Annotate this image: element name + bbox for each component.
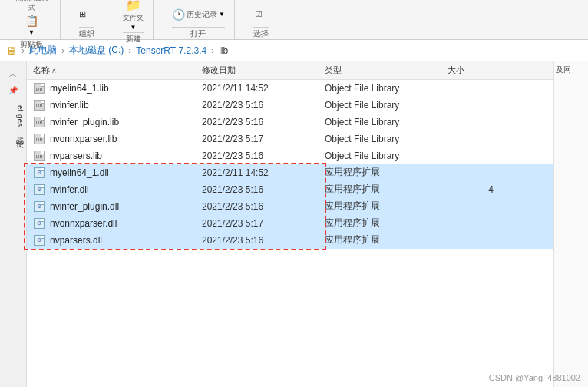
file-date: 2021/2/11 14:52: [202, 83, 325, 94]
breadcrumb-drive[interactable]: 本地磁盘 (C:): [69, 44, 124, 57]
table-row[interactable]: LIB nvonnxparser.lib2021/2/23 5:17Object…: [27, 131, 553, 147]
file-type: Object File Library: [325, 83, 448, 94]
left-nav-pin: 📌: [2, 84, 25, 96]
col-size-label: 大小: [448, 64, 464, 76]
file-list: 名称 ∧ 修改日期 类型 大小 LIB myelin64_1.lib2021/2…: [27, 61, 553, 387]
file-icon: ⚙: [33, 234, 45, 246]
table-row[interactable]: LIB nvinfer.lib2021/2/23 5:16Object File…: [27, 97, 553, 114]
file-name: nvinfer.dll: [50, 184, 202, 195]
left-nav-et: et: [2, 105, 25, 111]
clipboard-top: 粘贴快捷方式 📋 ▼: [12, 0, 51, 36]
folder-icon: 📁: [126, 0, 141, 12]
folder-new-group[interactable]: 📁 文件夹 ▼: [123, 0, 144, 31]
sep2: ›: [128, 45, 131, 56]
history-icon: 🕐: [172, 8, 185, 21]
main-container: ︿ 📌 et ges 战: 使 名称 ∧ 修改日期 类型 大小 LIB: [0, 61, 588, 387]
file-icon: LIB: [33, 116, 45, 128]
file-name: nvinfer_plugin.dll: [50, 201, 202, 212]
file-name: nvinfer.lib: [50, 100, 202, 111]
file-folder-label: 文件夹: [123, 13, 144, 23]
select-top: ☑: [253, 3, 269, 25]
file-date: 2021/2/23 5:16: [202, 184, 325, 195]
table-row[interactable]: ⚙ myelin64_1.dll2021/2/11 14:52应用程序扩展: [27, 164, 553, 181]
table-row[interactable]: ⚙ nvonnxparser.dll2021/2/23 5:17应用程序扩展: [27, 215, 553, 232]
file-type: 应用程序扩展: [325, 217, 448, 230]
file-icon: ⚙: [33, 167, 45, 179]
left-nav-zhan: 战: 使: [2, 130, 25, 134]
organize-icon: ⊞: [79, 9, 86, 19]
select-icon: ☑: [253, 8, 264, 21]
col-name-label: 名称: [33, 64, 50, 76]
folder-arrow[interactable]: ▼: [130, 24, 137, 31]
file-size: 4: [448, 184, 494, 195]
watermark: CSDN @Yang_4881002: [489, 373, 580, 382]
organize-top: ⊞: [79, 3, 94, 25]
file-date: 2021/2/23 5:17: [202, 218, 325, 229]
col-header-type[interactable]: 类型: [325, 64, 448, 76]
new-label: 新建: [123, 32, 144, 45]
organize-section: ⊞ 组织: [73, 0, 104, 39]
col-header-name[interactable]: 名称 ∧: [33, 64, 202, 76]
left-nav: ︿ 📌 et ges 战: 使: [0, 61, 27, 387]
paste-shortcut-icon: 📋: [25, 15, 38, 27]
table-row[interactable]: ⚙ nvinfer.dll2021/2/23 5:16应用程序扩展4: [27, 181, 553, 198]
sep0: ›: [21, 45, 25, 56]
file-name: myelin64_1.lib: [50, 83, 202, 94]
file-name: nvparsers.dll: [50, 235, 202, 246]
left-nav-ges: ges: [2, 114, 25, 127]
new-section: 📁 文件夹 ▼ 新建: [117, 0, 154, 39]
left-nav-scroll-up[interactable]: ︿: [2, 68, 25, 81]
file-type: 应用程序扩展: [325, 200, 448, 213]
file-type: 应用程序扩展: [325, 183, 448, 196]
file-name: nvonnxparser.dll: [50, 218, 202, 229]
file-type: Object File Library: [325, 100, 448, 111]
file-name: myelin64_1.dll: [50, 167, 202, 178]
file-date: 2021/2/23 5:17: [202, 134, 325, 144]
table-row[interactable]: LIB myelin64_1.lib2021/2/11 14:52Object …: [27, 80, 553, 97]
file-name: nvonnxparser.lib: [50, 134, 202, 144]
col-date-label: 修改日期: [202, 64, 236, 76]
sep3: ›: [211, 45, 214, 56]
file-type: Object File Library: [325, 117, 448, 127]
history-label: 历史记录: [187, 9, 217, 20]
table-row[interactable]: ⚙ nvinfer_plugin.dll2021/2/23 5:16应用程序扩展: [27, 198, 553, 215]
table-row[interactable]: LIB nvparsers.lib2021/2/23 5:16Object Fi…: [27, 147, 553, 164]
file-date: 2021/2/11 14:52: [202, 167, 325, 178]
history-group[interactable]: 🕐 历史记录 ▼: [172, 8, 225, 21]
file-icon: LIB: [33, 133, 45, 145]
right-panel-label: 及网: [554, 61, 588, 78]
file-date: 2021/2/23 5:16: [202, 100, 325, 111]
file-icon: LIB: [33, 150, 45, 162]
file-date: 2021/2/23 5:16: [202, 201, 325, 212]
paste-shortcut-arrow[interactable]: ▼: [28, 28, 35, 36]
file-icon: LIB: [33, 82, 45, 94]
open-top: 🕐 历史记录 ▼: [172, 3, 225, 25]
table-row[interactable]: LIB nvinfer_plugin.lib2021/2/23 5:16Obje…: [27, 114, 553, 131]
paste-shortcut-group[interactable]: 粘贴快捷方式 📋 ▼: [12, 0, 51, 36]
breadcrumb-home-icon: 🖥: [6, 45, 17, 57]
history-arrow[interactable]: ▼: [219, 11, 225, 18]
file-date: 2021/2/23 5:16: [202, 150, 325, 161]
breadcrumb-lib[interactable]: lib: [219, 45, 228, 56]
toolbar: 粘贴快捷方式 📋 ▼ 剪贴板 ⊞ 组织 📁 文件夹 ▼ 新建 🕐 历史: [0, 0, 588, 40]
file-icon: LIB: [33, 99, 45, 111]
file-name: nvparsers.lib: [50, 150, 202, 161]
organize-label: 组织: [79, 27, 94, 39]
file-type: 应用程序扩展: [325, 233, 448, 246]
breadcrumb-tensorrt[interactable]: TensorRT-7.2.3.4: [136, 45, 206, 56]
col-header-size[interactable]: 大小: [448, 64, 494, 76]
breadcrumb-computer[interactable]: 此电脑: [29, 44, 57, 57]
col-type-label: 类型: [325, 64, 342, 76]
file-rows-container: LIB myelin64_1.lib2021/2/11 14:52Object …: [27, 80, 553, 249]
col-header-date[interactable]: 修改日期: [202, 64, 325, 76]
file-type: Object File Library: [325, 134, 448, 144]
file-icon: ⚙: [33, 200, 45, 213]
breadcrumb: 🖥 › 此电脑 › 本地磁盘 (C:) › TensorRT-7.2.3.4 ›…: [0, 40, 588, 61]
right-panel: 及网: [553, 61, 588, 387]
open-section: 🕐 历史记录 ▼ 打开: [166, 0, 235, 39]
table-row[interactable]: ⚙ nvparsers.dll2021/2/23 5:16应用程序扩展: [27, 232, 553, 249]
file-icon: ⚙: [33, 217, 45, 230]
sep1: ›: [61, 45, 64, 56]
col-name-sort: ∧: [51, 67, 57, 74]
column-headers: 名称 ∧ 修改日期 类型 大小: [27, 61, 553, 80]
